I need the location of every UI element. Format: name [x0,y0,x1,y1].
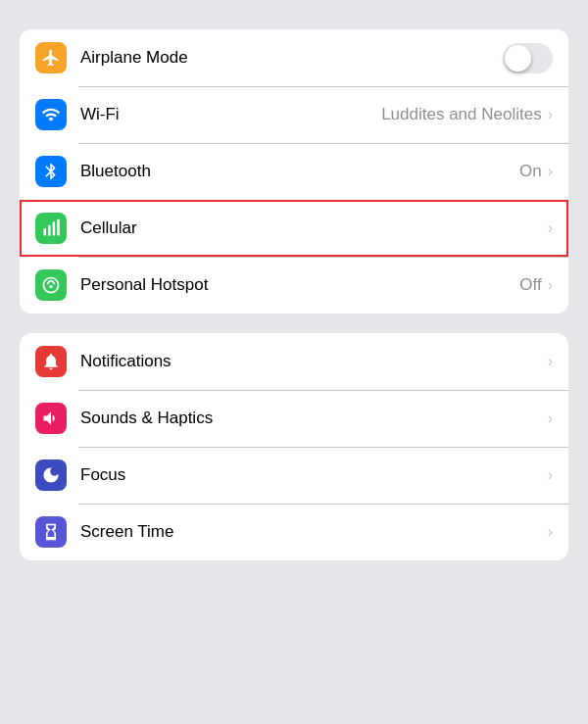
bluetooth-value: On [519,162,542,181]
settings-row-notifications[interactable]: Notifications› [20,333,568,390]
settings-row-focus[interactable]: Focus› [20,447,568,504]
settings-row-screentime[interactable]: Screen Time› [20,504,568,560]
settings-row-wifi[interactable]: Wi-FiLuddites and Neolites› [20,86,568,143]
focus-label: Focus [80,465,548,485]
cellular-icon [35,213,67,244]
wifi-icon [35,99,67,130]
airplane-mode-label: Airplane Mode [80,48,503,68]
bluetooth-label: Bluetooth [80,162,519,181]
settings-row-sounds[interactable]: Sounds & Haptics› [20,390,568,447]
wifi-chevron: › [548,106,553,123]
sounds-label: Sounds & Haptics [80,409,548,428]
notifications-chevron: › [548,353,553,370]
svg-rect-7 [57,219,60,236]
hotspot-chevron: › [548,276,553,294]
svg-rect-4 [44,228,47,236]
hourglass-icon [35,516,67,548]
settings-row-airplane-mode[interactable]: Airplane Mode [20,29,568,86]
svg-rect-6 [53,221,56,235]
svg-rect-5 [48,225,51,236]
hotspot-icon [35,269,67,301]
wifi-value: Luddites and Neolites [381,105,542,124]
toggle-knob [505,45,531,72]
focus-chevron: › [548,466,553,484]
airplane-icon [35,42,67,73]
screentime-label: Screen Time [80,522,548,542]
settings-group-connectivity: Airplane ModeWi-FiLuddites and Neolites›… [20,29,568,314]
bluetooth-icon [35,156,67,187]
hotspot-label: Personal Hotspot [80,275,519,295]
bell-icon [35,346,67,377]
hotspot-value: Off [519,275,541,295]
settings-row-bluetooth[interactable]: BluetoothOn› [20,143,568,200]
settings-group-notifications: Notifications›Sounds & Haptics›Focus›Scr… [20,333,568,560]
moon-icon [35,459,67,491]
cellular-chevron: › [548,219,553,237]
airplane-mode-toggle[interactable] [503,43,553,73]
sounds-chevron: › [548,410,553,427]
settings-row-hotspot[interactable]: Personal HotspotOff› [20,257,568,314]
bluetooth-chevron: › [548,163,553,180]
settings-row-cellular[interactable]: Cellular› [20,200,568,257]
screentime-chevron: › [548,523,553,541]
notifications-label: Notifications [80,352,548,371]
cellular-label: Cellular [80,218,548,238]
wifi-label: Wi-Fi [80,105,381,124]
sound-icon [35,403,67,434]
